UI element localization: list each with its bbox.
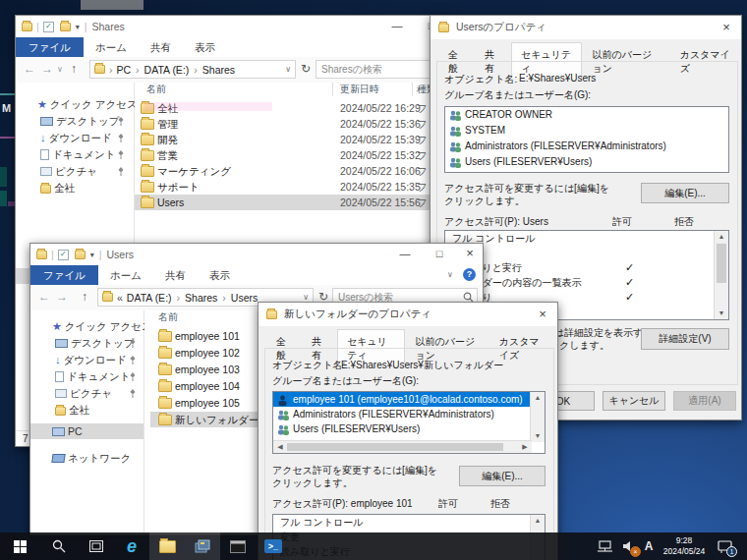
breadcrumb[interactable]: › PC › DATA (E:) › Shares ∨: [89, 60, 296, 79]
sidebar-item-documents[interactable]: ドキュメント: [55, 368, 130, 384]
new-folder-icon[interactable]: [75, 251, 86, 259]
sidebar-item-pc[interactable]: PC: [30, 423, 144, 439]
scroll-down-icon[interactable]: ▼: [531, 430, 545, 442]
file-row[interactable]: サポート2024/05/22 15:35ファイル フォルダー: [135, 179, 451, 195]
file-row[interactable]: employee 102: [144, 345, 272, 361]
breadcrumb-item[interactable]: PC: [117, 64, 132, 76]
file-explorer-button[interactable]: [149, 532, 185, 560]
sidebar-item-zensha[interactable]: 全社: [55, 402, 89, 418]
maximize-button[interactable]: □: [425, 244, 454, 265]
server-manager-button[interactable]: [185, 532, 220, 560]
edge-button[interactable]: e: [114, 532, 149, 560]
column-divider[interactable]: [332, 83, 333, 96]
breadcrumb-item[interactable]: Shares: [185, 292, 217, 304]
edit-button[interactable]: 編集(E)...: [641, 183, 729, 203]
scroll-left-icon[interactable]: ◀: [275, 441, 285, 453]
network-tray-icon[interactable]: [592, 532, 617, 560]
crumb-chevron-icon[interactable]: ∨: [303, 293, 309, 302]
help-icon[interactable]: ?: [463, 268, 476, 281]
explorer2-titlebar[interactable]: | ✓ ▾ | Users — □ ×: [30, 244, 483, 265]
command-prompt-button[interactable]: [220, 532, 256, 560]
scrollbar-vertical[interactable]: ▲ ▼: [714, 231, 728, 319]
ribbon-tab-share[interactable]: 共有: [153, 265, 198, 285]
file-row[interactable]: マーケティング2024/05/22 16:06ファイル フォルダー: [135, 163, 451, 179]
sidebar-item-pictures[interactable]: ピクチャ: [40, 163, 97, 179]
apply-button[interactable]: 適用(A): [673, 391, 736, 411]
refresh-icon[interactable]: ↻: [301, 62, 311, 76]
scrollbar-thumb[interactable]: [717, 244, 726, 283]
scroll-down-icon[interactable]: ▼: [715, 308, 728, 319]
file-row[interactable]: 全社2024/05/22 16:29ファイル フォルダー: [135, 100, 451, 116]
file-row[interactable]: employee 105: [144, 395, 272, 411]
sidebar-item-downloads[interactable]: ↓ ダウンロード: [40, 130, 112, 145]
ribbon-tab-home[interactable]: ホーム: [98, 265, 153, 285]
properties-check-icon[interactable]: ✓: [43, 22, 54, 32]
minimize-button[interactable]: —: [382, 16, 412, 37]
scroll-up-icon[interactable]: ▲: [715, 231, 728, 243]
sidebar-item-desktop[interactable]: デスクトップ: [55, 335, 134, 351]
sidebar-item-zensha[interactable]: 全社: [40, 180, 75, 196]
file-row-selected[interactable]: Users2024/05/22 15:56ファイル フォルダー: [135, 195, 451, 210]
column-divider[interactable]: [412, 83, 413, 96]
scroll-right-icon[interactable]: ▶: [520, 441, 530, 453]
scrollbar-vertical[interactable]: ▲ ▼: [530, 392, 545, 442]
back-icon[interactable]: ←: [24, 62, 35, 76]
crumb-chevron-icon[interactable]: ∨: [285, 65, 291, 74]
file-row[interactable]: 管理2024/05/22 15:36ファイル フォルダー: [135, 116, 451, 132]
file-row[interactable]: employee 104: [144, 378, 272, 394]
column-header-date[interactable]: 更新日時: [340, 83, 379, 96]
advanced-settings-button[interactable]: 詳細設定(V): [641, 328, 729, 350]
sidebar-item-quick-access[interactable]: ★ クイック アクセス: [37, 96, 138, 112]
group-user-list[interactable]: CREATOR OWNER SYSTEM Administrators (FIL…: [444, 106, 729, 173]
ribbon-tab-view[interactable]: 表示: [198, 265, 242, 285]
sidebar-item-downloads[interactable]: ↓ ダウンロード: [55, 352, 127, 367]
up-icon[interactable]: ↑: [71, 62, 77, 76]
ribbon-tab-file[interactable]: ファイル: [30, 265, 98, 285]
close-button[interactable]: ×: [455, 244, 485, 265]
ribbon-tab-home[interactable]: ホーム: [84, 37, 139, 57]
scroll-up-icon[interactable]: ▲: [531, 515, 545, 527]
cancel-button[interactable]: キャンセル: [603, 391, 665, 411]
qat-dropdown-icon[interactable]: ▾: [76, 23, 80, 31]
file-row[interactable]: 営業2024/05/22 15:32ファイル フォルダー: [135, 147, 451, 163]
forward-icon[interactable]: →: [41, 62, 53, 76]
sidebar-item-documents[interactable]: ドキュメント: [40, 146, 115, 162]
forward-icon[interactable]: →: [56, 290, 68, 304]
breadcrumb-item[interactable]: Users: [231, 292, 258, 304]
file-row[interactable]: 開発2024/05/22 15:39ファイル フォルダー: [135, 132, 451, 147]
file-row[interactable]: employee 103: [144, 362, 272, 377]
ribbon-collapse-icon[interactable]: ∨: [447, 270, 453, 279]
close-button[interactable]: ×: [712, 16, 741, 39]
properties-check-icon[interactable]: ✓: [58, 250, 69, 260]
taskbar-clock[interactable]: 9:28 2024/05/24: [661, 535, 708, 557]
edit-button[interactable]: 編集(E)...: [459, 466, 546, 486]
explorer1-titlebar[interactable]: | ✓ ▾ | Shares — □: [16, 16, 451, 37]
task-view-button[interactable]: [79, 532, 114, 560]
scrollbar-thumb[interactable]: [287, 443, 503, 451]
scroll-up-icon[interactable]: ▲: [531, 392, 545, 404]
powershell-button[interactable]: >_: [256, 532, 291, 560]
volume-tray-icon[interactable]: ×: [617, 532, 641, 560]
action-center-button[interactable]: 1: [710, 532, 739, 560]
new-folder-icon[interactable]: [60, 23, 71, 31]
start-button[interactable]: [2, 532, 37, 560]
breadcrumb-item[interactable]: DATA (E:): [144, 64, 190, 76]
history-chevron-icon[interactable]: ∨: [57, 65, 63, 74]
column-header-name[interactable]: 名前: [146, 83, 166, 96]
sidebar-item-quick-access[interactable]: ★ クイック アクセス: [52, 318, 152, 334]
file-row-selected[interactable]: 新しいフォルダー: [150, 412, 266, 427]
sidebar-item-desktop[interactable]: デスクトップ: [40, 113, 119, 129]
back-icon[interactable]: ←: [38, 290, 50, 304]
ime-indicator[interactable]: A: [639, 532, 659, 560]
users-dialog-titlebar[interactable]: Usersのプロパティ ×: [431, 16, 741, 39]
up-icon[interactable]: ↑: [82, 290, 87, 304]
ribbon-tab-view[interactable]: 表示: [183, 37, 227, 57]
minimize-button[interactable]: —: [390, 244, 420, 265]
breadcrumb-item[interactable]: Shares: [202, 64, 235, 76]
crumb-overflow-icon[interactable]: «: [117, 292, 123, 304]
ribbon-tab-share[interactable]: 共有: [139, 37, 183, 57]
newfolder-dialog-titlebar[interactable]: 新しいフォルダーのプロパティ ×: [259, 303, 557, 326]
qat-dropdown-icon[interactable]: ▾: [90, 251, 94, 259]
file-row[interactable]: employee 101: [144, 328, 272, 344]
group-user-list[interactable]: employee 101 (employee101@localad.contos…: [272, 391, 546, 454]
